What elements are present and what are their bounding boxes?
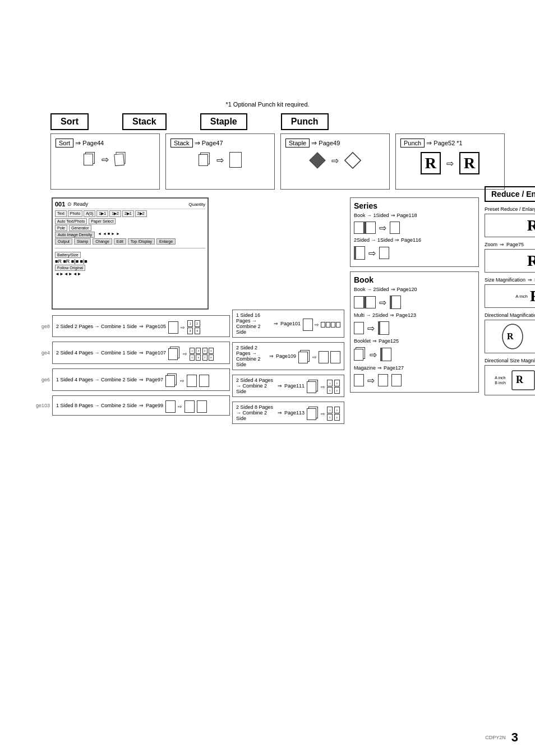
- machine-btn-text[interactable]: Text: [55, 210, 67, 217]
- sort-card: Sort ⇒ Page44 ⇨: [50, 133, 160, 190]
- combine-page-0: Page105: [146, 324, 166, 329]
- ci-3-doc2: [185, 400, 195, 413]
- top-note: *1 Optional Punch kit required.: [11, 101, 524, 108]
- punch-label: Punch: [400, 139, 425, 147]
- combine-title-0: 2 Sided 2 Pages → Combine 1 Side: [56, 324, 137, 329]
- series-item-0-label: Book → 1Sided: [354, 213, 389, 218]
- machine-row-tabs: Output Stamp Change Edit Top /Display En…: [55, 238, 205, 245]
- re-item-2-title: Size Magnification ⇒ Page77: [485, 277, 535, 283]
- punch-arrow: ⇒: [426, 139, 432, 147]
- book-page-3: Page127: [384, 365, 404, 371]
- machine-tab-output[interactable]: Output: [55, 238, 72, 245]
- re-item-2: Size Magnification ⇒ Page77 A inch R ⟺ R…: [485, 277, 535, 308]
- series-sdoc-1b: [379, 247, 389, 259]
- machine-tab-edit[interactable]: Edit: [114, 238, 126, 245]
- sort-icon-after: [113, 151, 128, 167]
- punch-icons: R ⇨ R: [400, 152, 500, 174]
- right-panel: Reduce / Enlarge Preset Reduce / Enlarge…: [485, 186, 535, 428]
- machine-tab-topdisplay[interactable]: Top /Display: [128, 238, 155, 245]
- series-icons-1: ⇨: [354, 246, 475, 260]
- book-icons-3-arrow: ⇨: [367, 375, 375, 386]
- stack-page: Page47: [202, 140, 223, 146]
- re-arrow-2: ⇒: [528, 277, 532, 283]
- left-panel: 001 ⊙ Ready Quantity Text Photo A(0) 1▶1…: [11, 197, 230, 428]
- re-dir-size-label-b: B inch: [495, 381, 505, 385]
- machine-btn-auto[interactable]: A(0): [84, 210, 95, 217]
- combine-row-0: ge8 2 Sided 2 Pages → Combine 1 Side ⇒ P…: [16, 315, 230, 337]
- stack-card-title: Stack ⇒ Page47: [170, 139, 270, 147]
- series-item-0-arrow: ⇒: [391, 213, 395, 218]
- ci-3-doc3: [197, 400, 207, 413]
- book-item-1: Multi → 2Sided ⇒ Page123: [354, 312, 475, 318]
- section-boxes-row: Sort Stack Staple Punch: [11, 113, 524, 130]
- machine-btn-photo[interactable]: Photo: [68, 210, 82, 217]
- combine-box-2: 1 Sided 4 Pages → Combine 2 Side ⇒ Page9…: [52, 368, 230, 391]
- machine-btn-2sid[interactable]: 1▶2: [109, 210, 121, 217]
- svg-text:R: R: [507, 331, 514, 341]
- book-sdoc-3b: [378, 374, 388, 386]
- sort-arrow: ⇒: [75, 139, 81, 147]
- main-content: 001 ⊙ Ready Quantity Text Photo A(0) 1▶1…: [11, 197, 524, 428]
- machine-status: ⊙ Ready: [67, 201, 88, 207]
- machine-counter: 001: [55, 201, 65, 208]
- combine-icons-1: ⇨ 1 2 3 4 5 6 7 8: [168, 347, 214, 361]
- re-size-label-a: A inch: [515, 294, 528, 299]
- machine-btn-papersel[interactable]: Paper Select: [89, 218, 116, 224]
- machine-tab-change[interactable]: Change: [93, 238, 112, 245]
- book-sdoc-0: [390, 296, 401, 309]
- punch-card: Punch ⇒ Page52 *1 R ⇨ R: [395, 133, 505, 190]
- sort-card-title: Sort ⇒ Page44: [56, 139, 155, 147]
- stack-icon-after: [229, 152, 242, 168]
- machine-display: 001 ⊙ Ready Quantity Text Photo A(0) 1▶1…: [52, 197, 209, 310]
- book-icons-2-arrow: ⇨: [370, 349, 377, 360]
- stack-arrow-icon: ⇨: [216, 155, 224, 165]
- combine-icons-3: ⇨: [165, 400, 207, 413]
- staple-card-title: Staple ⇒ Page49: [285, 139, 385, 147]
- re-dir-size-svg: R: [509, 368, 535, 393]
- combine-right-row-3: 2 Sided 8 Pages → Combine 2 Side ⇒ Page1…: [232, 402, 344, 424]
- book-title: Book: [354, 275, 475, 284]
- re-item-1: Zoom ⇒ Page75 R R R R R R: [485, 242, 535, 273]
- cr-page-3: Page113: [284, 410, 305, 416]
- machine-row-follow: Follow Original: [55, 265, 205, 271]
- ci-1-stack: [168, 347, 181, 361]
- machine-tab-autoimgdensity[interactable]: Auto Image Density: [55, 232, 95, 238]
- cri-1-doc: [319, 351, 329, 363]
- stack-card: Stack ⇒ Page47 ⇨: [165, 133, 275, 190]
- combine-box-1: 2 Sided 4 Pages → Combine 1 Side ⇒ Page1…: [52, 342, 230, 364]
- cri-1-doc2: [330, 351, 340, 363]
- book-icons-0: ⇨: [354, 296, 475, 309]
- machine-btn-batterysize[interactable]: Battery/Size: [55, 252, 81, 258]
- machine-btn-followorig[interactable]: Follow Original: [55, 265, 85, 271]
- machine-btn-1sid[interactable]: 1▶1: [96, 210, 108, 217]
- machine-btn-pole[interactable]: Pole: [55, 225, 67, 231]
- cr-page-0: Page101: [280, 321, 301, 326]
- machine-buttons-row1: Text Photo A(0) 1▶1 1▶2 2▶1 2▶2: [55, 210, 205, 217]
- book-label-2: Booklet: [354, 338, 371, 344]
- staple-arrow: ⇒: [311, 139, 317, 147]
- machine-btn-generator[interactable]: Generator: [69, 225, 91, 231]
- ci-0-doc: [168, 321, 178, 334]
- combine-left-label-1: ge4: [16, 350, 52, 356]
- ci-1-grid: 1 2 3 4 5 6 7 8: [190, 348, 214, 361]
- book-icons-2: ⇨: [354, 347, 475, 362]
- series-sdoc-0: [390, 222, 400, 234]
- book-page-2: Page125: [379, 338, 399, 344]
- book-arrow-2: ⇒: [372, 338, 377, 344]
- book-label-3: Magazine: [354, 365, 376, 371]
- machine-tab-enlarge[interactable]: Enlarge: [156, 238, 176, 245]
- combine-title-1: 2 Sided 4 Pages → Combine 1 Side: [56, 350, 137, 356]
- machine-tab-stamp[interactable]: Stamp: [74, 238, 91, 245]
- re-label-0: Preset Reduce / Enlarge: [485, 206, 535, 212]
- re-box-1: R R R R R R: [485, 249, 535, 273]
- machine-btn-22[interactable]: 2▶2: [135, 210, 147, 217]
- sort-label: Sort: [56, 139, 73, 147]
- punch-r-before: R: [421, 152, 441, 174]
- machine-btn-autotext[interactable]: Auto Text/Photo: [55, 218, 87, 224]
- re-item-3: Directional Magnification(%) ⇒ Page79 R …: [485, 312, 535, 353]
- combine-right-col: 1 Sided 16 Pages → Combine 2 Side ⇒ Page…: [232, 310, 344, 428]
- staple-icons: ⇨: [285, 152, 385, 169]
- staple-diamond-before: [309, 152, 326, 169]
- series-item-0: Book → 1Sided ⇒ Page118: [354, 213, 475, 218]
- machine-btn-21[interactable]: 2▶1: [122, 210, 134, 217]
